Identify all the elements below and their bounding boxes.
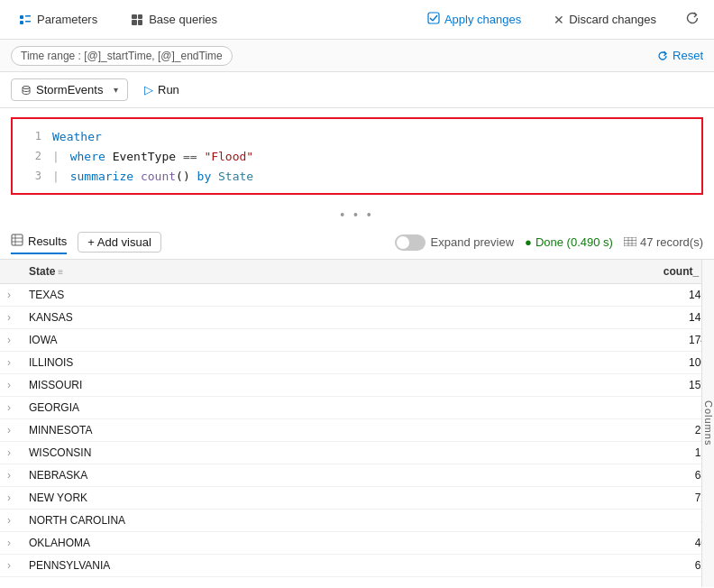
- time-range-bar: Time range : [@]_startTime, [@]_endTime …: [0, 40, 714, 72]
- row-expand[interactable]: ›: [0, 352, 22, 374]
- row-expand[interactable]: ›: [0, 397, 22, 419]
- th-state[interactable]: State ≡: [22, 260, 442, 284]
- table-row[interactable]: › MISSOURI 159: [0, 374, 714, 397]
- row-count: 29: [442, 419, 714, 442]
- apply-changes-label: Apply changes: [444, 13, 521, 26]
- done-check-icon: ●: [525, 235, 532, 249]
- line-num-3: 3: [20, 170, 41, 182]
- parameters-button[interactable]: Parameters: [11, 9, 105, 31]
- table-row[interactable]: › IOWA 174: [0, 329, 714, 352]
- code-text-3: | summarize count() by State: [52, 170, 253, 183]
- row-expand[interactable]: ›: [0, 307, 22, 329]
- row-state: MINNESOTA: [22, 419, 442, 442]
- table-scroll[interactable]: State ≡ count_ ≡: [0, 260, 714, 587]
- state-filter-icon[interactable]: ≡: [58, 267, 63, 277]
- database-selector[interactable]: StormEvents ▾: [11, 78, 128, 101]
- content-main: Time range : [@]_startTime, [@]_endTime …: [0, 40, 714, 587]
- row-expand[interactable]: ›: [0, 284, 22, 307]
- base-queries-button[interactable]: Base queries: [123, 9, 224, 31]
- app-container: Parameters Base queries Apply changes: [0, 0, 714, 588]
- results-section: Results + Add visual Expand preview ● Do…: [0, 225, 714, 587]
- table-row[interactable]: › GEORGIA 2: [0, 397, 714, 419]
- row-count: 2: [442, 397, 714, 419]
- table-row[interactable]: › PENNSYLVANIA 62: [0, 555, 714, 577]
- line-num-2: 2: [20, 150, 41, 162]
- results-tab-label: Results: [28, 234, 67, 248]
- refresh-button[interactable]: [682, 7, 703, 32]
- svg-point-7: [23, 86, 30, 88]
- results-toolbar: Results + Add visual Expand preview ● Do…: [0, 225, 714, 260]
- row-expand[interactable]: ›: [0, 329, 22, 352]
- row-state: KANSAS: [22, 307, 442, 329]
- records-label: 47 record(s): [640, 235, 703, 249]
- toggle-switch[interactable]: [395, 234, 426, 251]
- row-count: 5: [442, 510, 714, 532]
- parameters-label: Parameters: [37, 13, 97, 26]
- row-expand[interactable]: ›: [0, 419, 22, 442]
- row-expand[interactable]: ›: [0, 510, 22, 532]
- table-row[interactable]: › NORTH CAROLINA 5: [0, 510, 714, 532]
- svg-rect-3: [25, 21, 31, 23]
- row-expand[interactable]: ›: [0, 442, 22, 464]
- reset-button[interactable]: Reset: [656, 49, 703, 62]
- apply-changes-icon: [427, 12, 440, 27]
- code-editor[interactable]: 1 Weather 2 | where EventType == "Flood"…: [11, 117, 703, 195]
- time-range-pill[interactable]: Time range : [@]_startTime, [@]_endTime: [11, 46, 233, 66]
- line-num-1: 1: [20, 130, 41, 142]
- base-queries-label: Base queries: [149, 13, 217, 26]
- expand-preview-label: Expand preview: [431, 235, 515, 249]
- th-count-label: count_: [664, 265, 699, 278]
- run-icon: ▷: [144, 83, 153, 96]
- table-row[interactable]: › MINNESOTA 29: [0, 419, 714, 442]
- database-icon: [21, 85, 32, 96]
- add-visual-label: + Add visual: [87, 235, 151, 249]
- row-state: ILLINOIS: [22, 352, 442, 374]
- apply-changes-button[interactable]: Apply changes: [420, 8, 528, 31]
- table-row[interactable]: › TEXAS 146: [0, 284, 714, 307]
- records-badge: 47 record(s): [624, 235, 703, 249]
- parameters-icon: [18, 13, 32, 27]
- table-row[interactable]: › WISCONSIN 15: [0, 442, 714, 464]
- columns-sidebar[interactable]: Columns: [701, 260, 714, 587]
- discard-changes-button[interactable]: ✕ Discard changes: [546, 9, 664, 31]
- table-row[interactable]: › NEBRASKA 68: [0, 464, 714, 487]
- svg-rect-8: [12, 234, 23, 245]
- svg-rect-2: [25, 15, 31, 17]
- results-icon: [11, 234, 23, 249]
- run-button[interactable]: ▷ Run: [137, 79, 187, 100]
- th-count[interactable]: count_ ≡: [442, 260, 714, 284]
- row-count: 141: [442, 307, 714, 329]
- table-row[interactable]: › ILLINOIS 100: [0, 352, 714, 374]
- row-count: 100: [442, 352, 714, 374]
- divider-dots[interactable]: • • •: [0, 204, 714, 225]
- reset-label: Reset: [673, 49, 703, 62]
- row-count: 68: [442, 464, 714, 487]
- table-row[interactable]: › OKLAHOMA 40: [0, 532, 714, 555]
- svg-rect-4: [428, 13, 439, 23]
- results-tab[interactable]: Results: [11, 230, 67, 254]
- svg-line-6: [433, 15, 437, 21]
- code-line-2: 2 | where EventType == "Flood": [13, 146, 701, 166]
- row-expand[interactable]: ›: [0, 464, 22, 487]
- row-count: 159: [442, 374, 714, 397]
- row-expand[interactable]: ›: [0, 532, 22, 555]
- row-state: NORTH CAROLINA: [22, 510, 442, 532]
- row-count: 62: [442, 555, 714, 577]
- row-state: NEW YORK: [22, 487, 442, 510]
- row-expand[interactable]: ›: [0, 374, 22, 397]
- columns-label: Columns: [703, 400, 714, 446]
- row-expand[interactable]: ›: [0, 555, 22, 577]
- row-expand[interactable]: ›: [0, 487, 22, 510]
- th-expand: [0, 260, 22, 284]
- table-body: › TEXAS 146 › KANSAS 141 › IOWA 174 › IL…: [0, 284, 714, 577]
- discard-changes-icon: ✕: [554, 13, 564, 27]
- svg-rect-1: [20, 21, 23, 24]
- table-row[interactable]: › KANSAS 141: [0, 307, 714, 329]
- row-state: OKLAHOMA: [22, 532, 442, 555]
- row-count: 15: [442, 442, 714, 464]
- add-visual-button[interactable]: + Add visual: [78, 232, 160, 253]
- row-state: MISSOURI: [22, 374, 442, 397]
- svg-rect-12: [624, 237, 636, 246]
- row-state: NEBRASKA: [22, 464, 442, 487]
- table-row[interactable]: › NEW YORK 72: [0, 487, 714, 510]
